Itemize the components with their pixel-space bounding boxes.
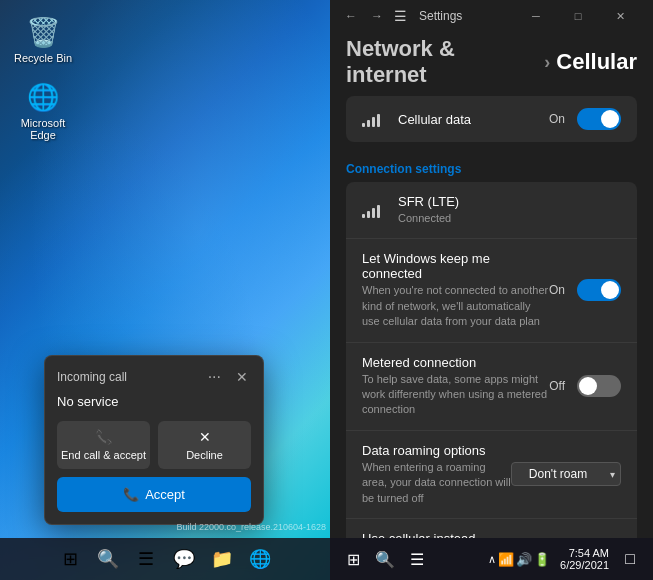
chat-button[interactable]: 💬: [167, 542, 201, 576]
notification-button[interactable]: □: [615, 544, 645, 574]
cellular-data-card: Cellular data On: [346, 96, 637, 142]
time-label: 7:54 AM: [569, 547, 609, 559]
desktop-icon-ms-edge[interactable]: 🌐 Microsoft Edge: [8, 75, 78, 145]
keep-connected-row: Let Windows keep me connected When you'r…: [346, 239, 637, 342]
metered-toggle-wrapper: Off: [549, 375, 621, 397]
keep-connected-state: On: [549, 283, 565, 297]
settings-search-button[interactable]: 🔍: [370, 544, 400, 574]
accept-phone-icon: 📞: [123, 487, 139, 502]
metered-text: Metered connection To help save data, so…: [362, 355, 549, 418]
desktop-icon-recycle-bin[interactable]: 🗑️ Recycle Bin: [8, 10, 78, 68]
volume-icon[interactable]: 🔊: [516, 552, 532, 567]
settings-header: Network & internet › Cellular: [330, 32, 653, 96]
connection-settings-card: SFR (LTE) Connected Let Windows keep me …: [346, 182, 637, 538]
settings-widgets-button[interactable]: ☰: [402, 544, 432, 574]
sys-tray-icons: ∧ 📶 🔊 🔋: [488, 552, 550, 567]
edge-taskbar-button[interactable]: 🌐: [243, 542, 277, 576]
titlebar: ← → ☰ Settings ─ □ ✕: [330, 0, 653, 32]
cellular-data-left: Cellular data: [362, 111, 549, 127]
search-icon: 🔍: [97, 548, 119, 570]
desktop: 🗑️ Recycle Bin 🌐 Microsoft Edge Incoming…: [0, 0, 330, 580]
sfr-name: SFR (LTE): [398, 194, 621, 209]
data-roaming-text: Data roaming options When entering a roa…: [362, 443, 511, 506]
keep-connected-toggle-wrapper: On: [549, 279, 621, 301]
accept-button[interactable]: 📞 Accept: [57, 477, 251, 512]
recycle-bin-icon: 🗑️: [25, 14, 61, 50]
use-cellular-text: Use cellular instead of Wi-Fi We'll swit…: [362, 531, 484, 538]
connection-settings-label: Connection settings: [346, 150, 637, 182]
metered-title: Metered connection: [362, 355, 549, 370]
popup-close-button[interactable]: ✕: [233, 368, 251, 386]
keep-connected-title: Let Windows keep me connected: [362, 251, 549, 281]
keep-connected-desc: When you're not connected to another kin…: [362, 283, 549, 329]
data-roaming-desc: When entering a roaming area, your data …: [362, 460, 511, 506]
widgets-button[interactable]: ☰: [129, 542, 163, 576]
window-controls: ─ □ ✕: [515, 0, 641, 32]
use-cellular-left: Use cellular instead of Wi-Fi We'll swit…: [362, 531, 484, 538]
keep-connected-text: Let Windows keep me connected When you'r…: [362, 251, 549, 329]
folder-icon: 📁: [211, 548, 233, 570]
cellular-data-label: Cellular data: [398, 112, 471, 127]
breadcrumb-current: Cellular: [556, 49, 637, 75]
datetime-display[interactable]: 7:54 AM 6/29/2021: [556, 545, 613, 573]
settings-start-button[interactable]: ⊞: [338, 544, 368, 574]
close-button[interactable]: ✕: [599, 0, 641, 32]
popup-action-buttons: 📞 End call & accept ✕ Decline: [57, 421, 251, 469]
start-button[interactable]: ⊞: [53, 542, 87, 576]
metered-desc: To help save data, some apps might work …: [362, 372, 549, 418]
metered-toggle[interactable]: [577, 375, 621, 397]
battery-icon[interactable]: 🔋: [534, 552, 550, 567]
settings-widgets-icon: ☰: [410, 550, 424, 569]
breadcrumb: Network & internet › Cellular: [346, 36, 637, 88]
data-roaming-left: Data roaming options When entering a roa…: [362, 443, 511, 506]
cellular-data-toggle-wrapper: On: [549, 108, 621, 130]
end-call-icon: 📞: [95, 429, 112, 445]
data-roaming-dropdown[interactable]: Don't roam All roaming: [511, 462, 621, 486]
metered-left: Metered connection To help save data, so…: [362, 355, 549, 418]
sfr-status: Connected: [398, 211, 621, 226]
popup-more-icon[interactable]: ···: [208, 368, 221, 386]
end-call-accept-button[interactable]: 📞 End call & accept: [57, 421, 150, 469]
hamburger-menu-icon[interactable]: ☰: [394, 8, 407, 24]
sfr-left: SFR (LTE) Connected: [362, 194, 621, 226]
forward-button[interactable]: →: [368, 7, 386, 25]
cellular-signal-icon: [362, 111, 386, 127]
network-icon[interactable]: 📶: [498, 552, 514, 567]
use-cellular-row: Use cellular instead of Wi-Fi We'll swit…: [346, 519, 637, 538]
metered-row: Metered connection To help save data, so…: [346, 343, 637, 431]
minimize-button[interactable]: ─: [515, 0, 557, 32]
data-roaming-dropdown-wrapper: Don't roam All roaming ▾: [511, 462, 621, 486]
breadcrumb-parent[interactable]: Network & internet: [346, 36, 538, 88]
data-roaming-title: Data roaming options: [362, 443, 511, 458]
notification-icon: □: [625, 550, 635, 568]
settings-search-icon: 🔍: [375, 550, 395, 569]
search-button[interactable]: 🔍: [91, 542, 125, 576]
chevron-up-icon[interactable]: ∧: [488, 553, 496, 566]
date-label: 6/29/2021: [560, 559, 609, 571]
settings-content: Cellular data On Connection settings: [330, 96, 653, 538]
popup-title-label: Incoming call: [57, 370, 127, 384]
keep-connected-left: Let Windows keep me connected When you'r…: [362, 251, 549, 329]
settings-panel: ← → ☰ Settings ─ □ ✕ Network & internet …: [330, 0, 653, 580]
ms-edge-label: Microsoft Edge: [12, 117, 74, 141]
use-cellular-title: Use cellular instead of Wi-Fi: [362, 531, 484, 538]
decline-button[interactable]: ✕ Decline: [158, 421, 251, 469]
sfr-text: SFR (LTE) Connected: [398, 194, 621, 226]
sfr-row[interactable]: SFR (LTE) Connected: [346, 182, 637, 239]
popup-header: Incoming call ··· ✕: [57, 368, 251, 386]
cellular-data-toggle[interactable]: [577, 108, 621, 130]
recycle-bin-label: Recycle Bin: [14, 52, 72, 64]
keep-connected-toggle[interactable]: [577, 279, 621, 301]
decline-label: Decline: [186, 449, 223, 461]
maximize-button[interactable]: □: [557, 0, 599, 32]
taskbar-left: ⊞ 🔍 ☰ 💬 📁 🌐: [0, 538, 330, 580]
build-info: Build 22000.co_release.210604-1628: [176, 522, 326, 532]
end-call-label: End call & accept: [61, 449, 146, 461]
cellular-data-state: On: [549, 112, 565, 126]
back-button[interactable]: ←: [342, 7, 360, 25]
metered-state: Off: [549, 379, 565, 393]
accept-label: Accept: [145, 487, 185, 502]
explorer-button[interactable]: 📁: [205, 542, 239, 576]
no-service-label: No service: [57, 394, 251, 409]
sfr-signal-icon: [362, 202, 386, 218]
